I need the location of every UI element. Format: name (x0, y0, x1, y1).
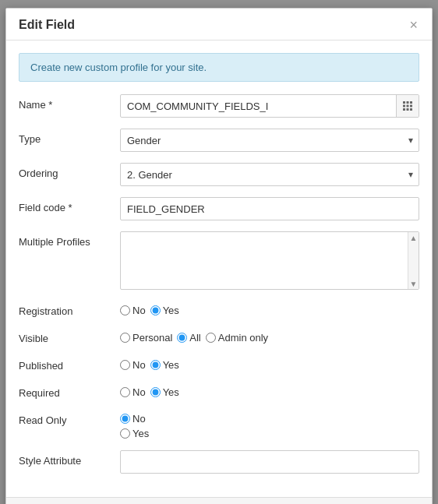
type-control: Gender Text Number Date (120, 129, 419, 152)
read-only-radio-group: No Yes (120, 410, 419, 439)
svg-rect-3 (403, 105, 405, 107)
published-label: Published (19, 355, 120, 372)
multiple-profiles-label: Multiple Profiles (19, 231, 120, 248)
required-row: Required No Yes (19, 382, 419, 399)
visible-admin-label[interactable]: Admin only (218, 332, 268, 344)
required-control: No Yes (120, 382, 419, 398)
style-attribute-label: Style Attribute (19, 450, 120, 467)
read-only-yes-radio[interactable] (120, 428, 130, 439)
visible-personal-label[interactable]: Personal (132, 332, 172, 344)
name-input[interactable] (121, 95, 396, 117)
name-row: Name * (19, 94, 419, 118)
read-only-control: No Yes (120, 410, 419, 439)
ordering-select[interactable]: 1. Name 2. Gender 3. Email (120, 163, 419, 186)
name-label: Name * (19, 94, 120, 111)
name-input-icon[interactable] (396, 95, 419, 117)
visible-control: Personal All Admin only (120, 328, 419, 344)
style-attribute-row: Style Attribute (19, 450, 419, 474)
required-yes-label[interactable]: Yes (163, 386, 179, 398)
modal-body: Create new custom profile for your site.… (6, 41, 432, 497)
read-only-yes-label[interactable]: Yes (132, 428, 149, 439)
read-only-label: Read Only (19, 410, 120, 426)
name-input-wrapper (120, 94, 419, 118)
field-code-control (120, 197, 419, 220)
visible-personal-item: Personal (120, 332, 172, 344)
ordering-control: 1. Name 2. Gender 3. Email (120, 163, 419, 186)
required-yes-radio[interactable] (150, 387, 161, 397)
registration-row: Registration No Yes (19, 301, 419, 317)
visible-row: Visible Personal All Admin o (19, 328, 419, 344)
svg-rect-5 (410, 105, 412, 107)
published-yes-item: Yes (150, 359, 179, 371)
registration-yes-radio[interactable] (150, 305, 161, 315)
published-radio-group: No Yes (120, 355, 419, 371)
published-no-item: No (120, 359, 146, 371)
visible-all-radio[interactable] (177, 333, 187, 343)
multiple-profiles-row: Multiple Profiles ▲ ▼ (19, 231, 419, 290)
svg-rect-4 (407, 105, 409, 107)
registration-no-radio[interactable] (120, 305, 130, 315)
field-code-label: Field code * (19, 197, 120, 213)
svg-rect-7 (407, 108, 409, 111)
type-select[interactable]: Gender Text Number Date (120, 129, 419, 152)
read-only-yes-item: Yes (120, 428, 419, 439)
registration-yes-item: Yes (150, 305, 179, 316)
required-no-item: No (120, 386, 146, 398)
modal-footer: Cancel Save (6, 497, 432, 504)
style-attribute-input[interactable] (120, 450, 419, 474)
published-no-label[interactable]: No (132, 359, 146, 371)
read-only-no-label[interactable]: No (132, 413, 146, 425)
read-only-no-radio[interactable] (120, 414, 130, 424)
ordering-row: Ordering 1. Name 2. Gender 3. Email (19, 163, 419, 186)
read-only-no-item: No (120, 413, 419, 425)
type-row: Type Gender Text Number Date (19, 129, 419, 152)
multiple-profiles-textarea-wrap: ▲ ▼ (120, 231, 419, 290)
visible-admin-item: Admin only (206, 332, 268, 344)
svg-rect-2 (410, 101, 412, 104)
registration-control: No Yes (120, 301, 419, 316)
svg-rect-6 (403, 108, 405, 111)
registration-label: Registration (19, 301, 120, 317)
published-control: No Yes (120, 355, 419, 371)
edit-field-modal: Edit Field × Create new custom profile f… (5, 8, 433, 504)
modal-header: Edit Field × (6, 9, 432, 41)
read-only-row: Read Only No Yes (19, 410, 419, 439)
name-control (120, 94, 419, 118)
published-no-radio[interactable] (120, 360, 130, 370)
ordering-label: Ordering (19, 163, 120, 179)
multiple-profiles-textarea[interactable] (121, 232, 419, 287)
textarea-scrollbar: ▲ ▼ (408, 232, 419, 289)
type-label: Type (19, 129, 120, 145)
svg-rect-1 (407, 101, 409, 104)
required-yes-item: Yes (150, 386, 179, 398)
style-attribute-control (120, 450, 419, 474)
type-select-wrap: Gender Text Number Date (120, 129, 419, 152)
close-button[interactable]: × (408, 18, 419, 32)
visible-admin-radio[interactable] (206, 333, 216, 343)
required-label: Required (19, 382, 120, 399)
required-no-radio[interactable] (120, 387, 130, 397)
visible-all-item: All (177, 332, 200, 344)
visible-personal-radio[interactable] (120, 333, 130, 343)
scrollbar-down-arrow[interactable]: ▼ (408, 278, 419, 289)
visible-radio-group: Personal All Admin only (120, 328, 419, 344)
modal-overlay: Edit Field × Create new custom profile f… (0, 0, 438, 504)
visible-all-label[interactable]: All (189, 332, 200, 344)
modal-title: Edit Field (19, 18, 75, 32)
published-row: Published No Yes (19, 355, 419, 372)
registration-no-label[interactable]: No (132, 305, 146, 316)
svg-rect-8 (410, 108, 412, 111)
published-yes-label[interactable]: Yes (163, 359, 179, 371)
published-yes-radio[interactable] (150, 360, 161, 370)
required-radio-group: No Yes (120, 382, 419, 398)
registration-no-item: No (120, 305, 146, 316)
svg-rect-0 (403, 101, 405, 104)
info-banner: Create new custom profile for your site. (19, 53, 419, 82)
visible-label: Visible (19, 328, 120, 344)
scrollbar-up-arrow[interactable]: ▲ (408, 232, 419, 243)
field-code-input[interactable] (120, 197, 419, 220)
required-no-label[interactable]: No (132, 386, 146, 398)
ordering-select-wrap: 1. Name 2. Gender 3. Email (120, 163, 419, 186)
registration-yes-label[interactable]: Yes (163, 305, 179, 316)
registration-radio-group: No Yes (120, 301, 419, 316)
